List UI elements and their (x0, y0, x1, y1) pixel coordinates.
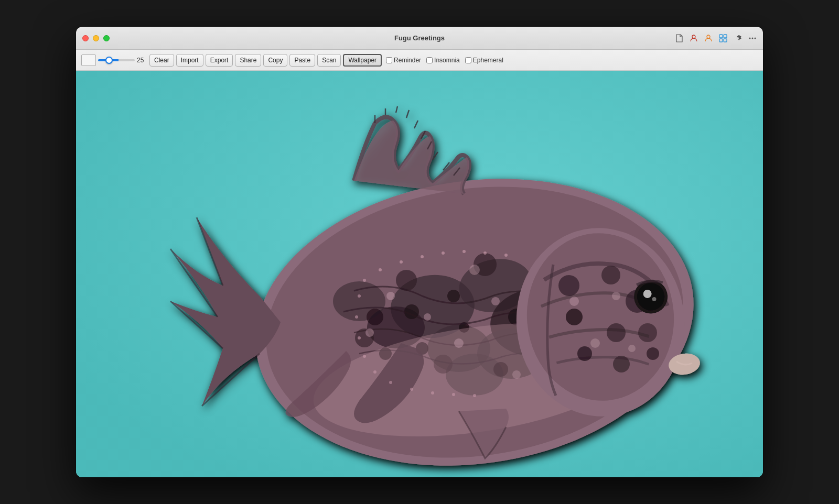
svg-point-78 (612, 292, 620, 300)
svg-point-86 (483, 251, 487, 255)
titlebar: Fugu Greetings (76, 27, 763, 50)
clear-button[interactable]: Clear (149, 54, 174, 67)
profile-icon[interactable] (690, 34, 698, 42)
svg-point-64 (601, 266, 620, 284)
options-group: Reminder Insomnia Ephemeral (386, 57, 503, 64)
svg-point-98 (473, 394, 476, 397)
paste-button[interactable]: Paste (289, 54, 315, 67)
svg-point-80 (628, 345, 636, 352)
svg-rect-2 (719, 35, 723, 38)
svg-point-48 (469, 265, 480, 275)
toolbar: 25 Clear Import Export Share Copy Paste … (76, 50, 763, 71)
svg-point-63 (558, 275, 579, 296)
svg-point-87 (504, 254, 508, 257)
insomnia-label[interactable]: Insomnia (426, 57, 460, 64)
new-document-icon[interactable] (675, 34, 683, 42)
wallpaper-button[interactable]: Wallpaper (343, 54, 382, 67)
svg-point-85 (462, 250, 466, 253)
titlebar-actions (675, 34, 757, 42)
svg-rect-5 (724, 39, 727, 42)
share-button[interactable]: Share (235, 54, 261, 67)
svg-point-41 (424, 313, 431, 321)
svg-point-82 (400, 260, 403, 264)
svg-point-68 (577, 346, 592, 361)
fish-illustration (76, 71, 763, 477)
app-window: Fugu Greetings (76, 27, 763, 477)
svg-point-66 (566, 309, 583, 325)
extensions-icon[interactable] (719, 34, 727, 42)
svg-point-37 (447, 290, 460, 302)
svg-point-90 (355, 315, 358, 319)
import-button[interactable]: Import (176, 54, 203, 67)
window-title: Fugu Greetings (394, 34, 445, 42)
gear-icon[interactable] (734, 34, 742, 42)
svg-point-95 (410, 388, 413, 391)
more-options-icon[interactable] (748, 34, 757, 42)
reminder-text: Reminder (394, 57, 421, 64)
svg-point-43 (491, 297, 500, 305)
reminder-label[interactable]: Reminder (386, 57, 421, 64)
svg-point-89 (358, 294, 361, 298)
insomnia-text: Insomnia (434, 57, 460, 64)
svg-point-92 (363, 355, 366, 358)
svg-point-8 (755, 37, 756, 39)
svg-point-7 (752, 37, 754, 39)
svg-point-1 (707, 35, 710, 38)
svg-point-67 (607, 323, 626, 342)
svg-point-40 (386, 292, 395, 300)
svg-point-79 (590, 338, 600, 348)
svg-point-69 (613, 356, 630, 372)
brush-size-container: 25 (98, 57, 147, 64)
contact-icon[interactable] (704, 34, 713, 42)
insomnia-checkbox[interactable] (426, 57, 433, 63)
svg-point-93 (373, 370, 377, 374)
svg-point-33 (367, 309, 383, 325)
svg-point-96 (431, 391, 434, 395)
scan-button[interactable]: Scan (317, 54, 341, 67)
maximize-button[interactable] (103, 35, 110, 41)
copy-button[interactable]: Copy (263, 54, 287, 67)
brush-size-value: 25 (137, 57, 147, 64)
svg-rect-3 (724, 35, 727, 38)
svg-point-71 (647, 347, 659, 360)
svg-point-94 (389, 381, 392, 384)
svg-point-91 (358, 336, 361, 339)
reminder-checkbox[interactable] (386, 57, 392, 63)
svg-point-0 (692, 35, 695, 38)
ephemeral-checkbox[interactable] (465, 57, 471, 63)
export-button[interactable]: Export (206, 54, 233, 67)
svg-rect-4 (719, 39, 723, 42)
color-swatch[interactable] (81, 54, 96, 66)
traffic-lights (82, 35, 110, 41)
svg-point-83 (421, 255, 424, 258)
minimize-button[interactable] (93, 35, 99, 41)
ephemeral-text: Ephemeral (473, 57, 503, 64)
svg-point-81 (379, 268, 382, 271)
fish-canvas (76, 71, 763, 477)
svg-point-97 (452, 393, 455, 396)
close-button[interactable] (82, 35, 89, 41)
svg-point-70 (638, 323, 657, 342)
svg-point-84 (442, 251, 445, 255)
svg-point-77 (569, 297, 579, 306)
svg-point-47 (365, 328, 374, 337)
ephemeral-label[interactable]: Ephemeral (465, 57, 503, 64)
canvas-area[interactable] (76, 71, 763, 477)
svg-point-88 (363, 279, 366, 282)
svg-point-6 (749, 37, 751, 39)
brush-size-slider[interactable] (98, 59, 135, 61)
